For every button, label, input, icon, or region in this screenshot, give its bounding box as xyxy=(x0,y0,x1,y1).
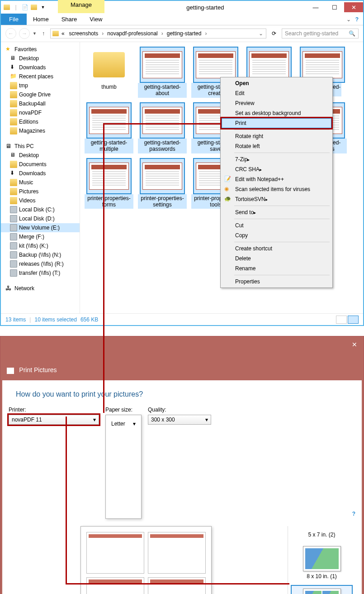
nav-item[interactable]: transfer (\\fls) (T:) xyxy=(1,268,80,278)
ribbon-expand-icon[interactable]: ⌄ xyxy=(346,16,351,23)
favorites-group[interactable]: Favorites xyxy=(1,45,80,54)
ctx-set-background[interactable]: Set as desktop background xyxy=(222,108,331,118)
ctx-print[interactable]: Print xyxy=(222,118,331,128)
open-icon[interactable] xyxy=(30,3,38,11)
nav-item[interactable]: Pictures xyxy=(1,187,80,196)
chevron-right-icon[interactable]: › xyxy=(161,30,164,37)
close-button[interactable]: ✕ xyxy=(344,2,363,12)
nav-item[interactable]: Videos xyxy=(1,196,80,205)
home-tab[interactable]: Home xyxy=(27,14,55,25)
file-label: thumb xyxy=(100,83,117,96)
file-item[interactable]: printer-properties-forms xyxy=(85,158,133,209)
ctx-delete[interactable]: Delete xyxy=(222,254,331,263)
refresh-button[interactable]: ⟳ xyxy=(269,30,279,37)
qat-dropdown-icon[interactable]: ▼ xyxy=(39,3,47,11)
ctx-open[interactable]: Open xyxy=(222,78,331,88)
maximize-button[interactable]: ☐ xyxy=(325,2,344,12)
layout-option-selected[interactable]: 3.5 x 5 in. (4) xyxy=(291,585,353,594)
nav-item[interactable]: Documents xyxy=(1,160,80,169)
ctx-tortoisesvn[interactable]: 🐢TortoiseSVN xyxy=(222,194,331,204)
nav-item[interactable]: Backup (\\fls) (N:) xyxy=(1,250,80,259)
help-icon[interactable]: ? xyxy=(352,511,355,519)
nav-item-selected[interactable]: New Volume (E:) xyxy=(1,223,80,232)
nav-item[interactable]: ⬇Downloads xyxy=(1,169,80,178)
drive-icon xyxy=(10,251,17,259)
notepad-icon: 📝 xyxy=(224,176,232,183)
paper-size-select[interactable]: Letter▾ xyxy=(105,415,142,519)
back-button[interactable]: ← xyxy=(5,28,16,39)
layout-list[interactable]: 5 x 7 in. (2) 8 x 10 in. (1) 3.5 x 5 in.… xyxy=(288,526,355,594)
forward-button[interactable]: → xyxy=(19,28,30,39)
quality-select[interactable]: 300 x 300▾ xyxy=(148,415,211,425)
manage-tab[interactable]: Manage xyxy=(71,1,92,8)
nav-item[interactable]: tmp xyxy=(1,81,80,90)
details-view-button[interactable] xyxy=(336,316,347,324)
ctx-rotate-right[interactable]: Rotate right xyxy=(222,131,331,141)
nav-item[interactable]: releases (\\fls) (R:) xyxy=(1,259,80,268)
desktop-icon: 🖥 xyxy=(10,55,17,62)
nav-item[interactable]: novaPDF xyxy=(1,108,80,117)
folder-icon xyxy=(10,197,17,204)
file-item[interactable]: getting-started-multiple xyxy=(85,102,133,153)
ctx-crc-sha[interactable]: CRC SHA xyxy=(222,164,331,174)
nav-item[interactable]: 🖥Desktop xyxy=(1,151,80,160)
ctx-create-shortcut[interactable]: Create shortcut xyxy=(222,244,331,254)
dialog-close-button[interactable]: ✕ xyxy=(352,341,357,348)
ctx-preview[interactable]: Preview xyxy=(222,98,331,108)
minimize-button[interactable]: — xyxy=(306,2,325,12)
breadcrumb[interactable]: « screenshots › novapdf-professional › g… xyxy=(50,29,266,38)
nav-item[interactable]: 📁Recent places xyxy=(1,72,80,81)
thispc-group[interactable]: This PC xyxy=(1,142,80,151)
nav-item[interactable]: Local Disk (C:) xyxy=(1,205,80,214)
chevron-right-icon[interactable]: › xyxy=(204,30,208,37)
nav-item[interactable]: Backup4all xyxy=(1,99,80,108)
breadcrumb-segment[interactable]: novapdf-professional xyxy=(105,30,159,37)
nav-item[interactable]: ⬇Downloads xyxy=(1,63,80,72)
thumbnails-view-button[interactable] xyxy=(348,316,359,324)
ctx-copy[interactable]: Copy xyxy=(222,230,331,240)
chevron-right-icon[interactable]: › xyxy=(101,30,104,37)
ctx-properties[interactable]: Properties xyxy=(222,277,331,287)
file-item[interactable]: getting-started-passwords xyxy=(138,102,187,153)
printer-select[interactable]: novaPDF 11▾ xyxy=(9,415,99,425)
nav-item[interactable]: Editions xyxy=(1,117,80,126)
file-tab[interactable]: File xyxy=(1,14,27,25)
nav-item[interactable]: Music xyxy=(1,178,80,187)
ctx-scan-virus[interactable]: ◉Scan selected items for viruses xyxy=(222,184,331,194)
layout-option[interactable]: 5 x 7 in. (2) xyxy=(291,529,353,541)
properties-icon[interactable]: 📄 xyxy=(21,3,29,11)
file-label: getting-started-about xyxy=(138,83,187,98)
help-icon[interactable]: ? xyxy=(355,16,359,23)
file-item[interactable]: printer-properties-settings xyxy=(138,158,187,209)
nav-item[interactable]: 🖥Desktop xyxy=(1,54,80,63)
chevron-down-icon[interactable]: ⌄ xyxy=(258,30,264,37)
ctx-notepad[interactable]: 📝Edit with Notepad++ xyxy=(222,174,331,184)
nav-item[interactable]: Google Drive xyxy=(1,90,80,99)
nav-item[interactable]: Magazines xyxy=(1,126,80,135)
nav-item[interactable]: kit (\\fls) (K:) xyxy=(1,241,80,250)
file-item[interactable]: thumb xyxy=(85,47,133,98)
up-button[interactable]: ↑ xyxy=(39,30,47,37)
history-dropdown-icon[interactable]: ▼ xyxy=(33,31,37,36)
file-view[interactable]: thumbgetting-started-aboutgetting-starte… xyxy=(80,42,363,313)
ctx-cut[interactable]: Cut xyxy=(222,220,331,230)
breadcrumb-segment[interactable]: screenshots xyxy=(67,30,100,37)
layout-option[interactable]: 8 x 10 in. (1) xyxy=(291,543,353,582)
search-input[interactable]: Search getting-started 🔍 xyxy=(282,29,359,38)
ctx-rename[interactable]: Rename xyxy=(222,263,331,273)
view-tab[interactable]: View xyxy=(83,14,109,25)
ctx-send-to[interactable]: Send to xyxy=(222,207,331,217)
ctx-7zip[interactable]: 7-Zip xyxy=(222,154,331,164)
desktop-icon: 🖥 xyxy=(10,152,17,159)
ctx-edit[interactable]: Edit xyxy=(222,88,331,98)
recent-icon: 📁 xyxy=(10,73,17,80)
nav-item[interactable]: Local Disk (D:) xyxy=(1,214,80,223)
nav-item[interactable]: Merge (F:) xyxy=(1,232,80,241)
status-selected-count: 10 items selected xyxy=(34,316,76,323)
network-group[interactable]: Network xyxy=(1,284,80,293)
ctx-rotate-left[interactable]: Rotate left xyxy=(222,141,331,151)
share-tab[interactable]: Share xyxy=(55,14,84,25)
navigation-pane: Favorites 🖥Desktop ⬇Downloads 📁Recent pl… xyxy=(1,42,80,313)
breadcrumb-segment[interactable]: getting-started xyxy=(165,30,203,37)
file-item[interactable]: getting-started-about xyxy=(138,47,187,98)
